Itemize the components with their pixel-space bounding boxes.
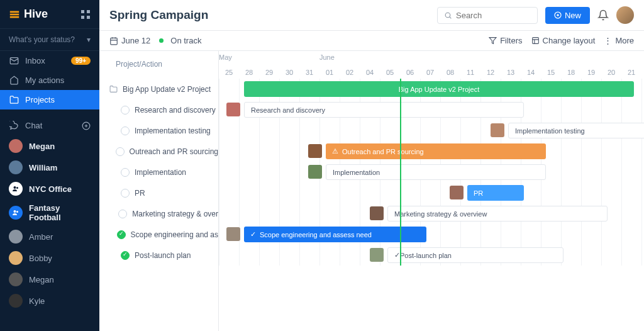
folder-icon — [9, 95, 19, 104]
task-row[interactable]: Outreach and PR sourcing — [99, 141, 218, 162]
gantt-bar[interactable]: ✓Scope engineering and assess need — [244, 227, 426, 242]
day-label: 31 — [299, 69, 319, 76]
contact-megan[interactable]: Megan — [0, 135, 99, 157]
apps-icon[interactable] — [80, 9, 91, 20]
task-check-icon[interactable] — [116, 147, 125, 156]
search-box[interactable] — [437, 7, 538, 24]
assignee-avatar[interactable] — [308, 165, 322, 179]
gantt-bar[interactable]: Marketing strategy & overview — [387, 206, 608, 222]
new-button[interactable]: New — [545, 7, 590, 24]
day-label: 13 — [501, 69, 521, 76]
gantt-bar[interactable]: PR — [467, 185, 524, 201]
task-check-icon[interactable] — [118, 210, 127, 218]
task-row[interactable]: Marketing strategy & over — [99, 203, 218, 224]
hive-icon — [9, 9, 20, 20]
assignee-avatar[interactable] — [370, 248, 384, 262]
gantt-bar[interactable]: Implementation — [326, 164, 546, 180]
sidebar-nav-my-actions[interactable]: My actions — [0, 70, 99, 90]
task-row[interactable]: Implementation testing — [99, 120, 218, 141]
task-list-header: Project/Action — [99, 51, 218, 79]
change-layout-button[interactable]: Change layout — [531, 36, 596, 45]
search-icon — [444, 11, 452, 20]
sidebar: Hive What's your status? ▾ Inbox99+My ac… — [0, 0, 99, 331]
month-label: May — [219, 53, 232, 61]
day-label: 18 — [561, 69, 581, 76]
contact-kyle[interactable]: Kyle — [0, 290, 99, 311]
bell-icon[interactable] — [597, 9, 609, 21]
assignee-avatar[interactable] — [450, 186, 464, 199]
more-icon: ⋮ — [604, 36, 612, 45]
assignee-avatar[interactable] — [491, 123, 504, 137]
profile-avatar[interactable] — [616, 6, 634, 24]
svg-rect-12 — [111, 38, 118, 45]
avatar — [9, 230, 23, 244]
gantt-bar[interactable]: Big App Update v2 Project — [244, 81, 634, 97]
timeline-header: MayJune 25282930310102040506070811121314… — [219, 51, 644, 79]
filters-button[interactable]: Filters — [489, 36, 522, 45]
group-icon — [9, 182, 23, 196]
date-picker[interactable]: June 12 — [109, 36, 150, 45]
day-label: 25 — [219, 69, 239, 76]
status-prompt[interactable]: What's your status? ▾ — [0, 28, 99, 51]
contact-amber[interactable]: Amber — [0, 226, 99, 247]
layout-icon — [531, 36, 540, 45]
day-label: 06 — [400, 69, 420, 76]
filter-icon — [489, 36, 497, 45]
brand-name: Hive — [24, 8, 48, 21]
sidebar-nav-inbox[interactable]: Inbox99+ — [0, 51, 99, 70]
day-label: 11 — [460, 69, 480, 76]
task-row[interactable]: Big App Update v2 Project — [99, 79, 218, 99]
plus-icon — [554, 11, 562, 19]
brand-logo[interactable]: Hive — [9, 8, 48, 21]
timeline[interactable]: MayJune 25282930310102040506070811121314… — [219, 51, 644, 331]
day-label: 05 — [380, 69, 400, 76]
day-label: 14 — [521, 69, 541, 76]
day-label: 08 — [440, 69, 460, 76]
task-check-icon[interactable] — [121, 189, 130, 198]
contact-megan[interactable]: Megan — [0, 269, 99, 290]
contact-fantasy-football[interactable]: Fantasy Football — [0, 199, 99, 226]
assignee-avatar[interactable] — [370, 206, 384, 220]
task-check-icon[interactable] — [117, 230, 126, 239]
task-check-icon[interactable] — [121, 106, 130, 115]
assignee-avatar[interactable] — [226, 103, 240, 116]
avatar — [9, 160, 23, 174]
task-row[interactable]: Post-launch plan — [99, 245, 218, 266]
task-row[interactable]: Implementation — [99, 162, 218, 182]
task-check-icon[interactable] — [121, 168, 130, 177]
contact-bobby[interactable]: Bobby — [0, 247, 99, 269]
svg-rect-13 — [532, 38, 538, 44]
task-row[interactable]: Scope engineering and as — [99, 224, 218, 245]
task-check-icon[interactable] — [121, 251, 130, 260]
page-title: Spring Campaign — [109, 8, 430, 22]
svg-point-7 — [16, 187, 18, 189]
sidebar-chat[interactable]: Chat — [9, 121, 42, 130]
svg-point-10 — [445, 13, 450, 18]
month-label: June — [319, 53, 335, 61]
gantt-bar[interactable]: Implementation testing — [508, 123, 644, 138]
search-input[interactable] — [456, 11, 531, 20]
avatar — [9, 294, 23, 308]
gantt-bar[interactable]: ✓Post-launch plan — [387, 247, 564, 263]
contact-nyc-office[interactable]: NYC Office — [0, 178, 99, 199]
home-icon — [9, 76, 19, 85]
more-button[interactable]: ⋮ More — [604, 36, 634, 45]
assignee-avatar[interactable] — [308, 144, 322, 158]
add-chat-icon[interactable] — [82, 121, 91, 130]
day-label: 30 — [279, 69, 299, 76]
contact-william[interactable]: William — [0, 157, 99, 178]
task-row[interactable]: PR — [99, 182, 218, 203]
task-check-icon[interactable] — [121, 126, 130, 135]
status-dot-icon — [159, 38, 164, 43]
gantt-bar[interactable]: ⚠Outreach and PR sourcing — [326, 143, 546, 159]
task-row[interactable]: Research and discovery — [99, 99, 218, 120]
status-indicator[interactable]: On track — [159, 36, 201, 45]
sidebar-nav-projects[interactable]: Projects — [0, 90, 99, 109]
avatar — [9, 139, 23, 153]
svg-point-9 — [16, 211, 18, 213]
assignee-avatar[interactable] — [226, 227, 240, 241]
day-label: 28 — [239, 69, 259, 76]
badge: 99+ — [71, 57, 91, 65]
gantt-bar[interactable]: Research and discovery — [244, 102, 524, 118]
svg-point-8 — [14, 210, 16, 213]
